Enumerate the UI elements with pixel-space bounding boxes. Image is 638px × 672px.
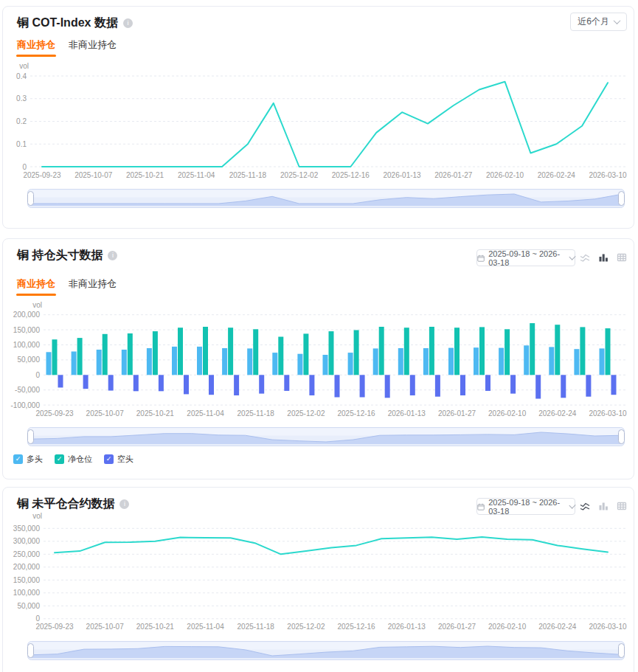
datazoom-slider[interactable]: [27, 189, 625, 208]
chevron-down-icon: [569, 502, 575, 508]
svg-text:2025-10-07: 2025-10-07: [86, 409, 125, 418]
svg-text:0.2: 0.2: [16, 117, 27, 125]
svg-text:2025-12-16: 2025-12-16: [332, 171, 370, 179]
tab-commercial[interactable]: 商业持仓: [17, 277, 55, 296]
svg-text:0.3: 0.3: [16, 94, 27, 103]
chart-type-toolbar: [580, 252, 627, 263]
info-icon[interactable]: [123, 18, 133, 28]
svg-text:2025-11-04: 2025-11-04: [178, 171, 215, 179]
bar-chart-icon[interactable]: [598, 252, 608, 263]
open-interest-panel: 铜 未平仓合约数据 2025-09-18 ~ 2026-03-18 vol050…: [2, 487, 634, 672]
svg-text:2025-09-23: 2025-09-23: [23, 171, 61, 179]
svg-text:2026-02-10: 2026-02-10: [488, 409, 527, 418]
svg-text:0: 0: [35, 371, 40, 379]
panel-title: 铜 COT-Index 数据: [17, 15, 133, 31]
svg-text:2025-12-02: 2025-12-02: [280, 171, 319, 179]
date-range-picker[interactable]: 2025-09-18 ~ 2026-03-18: [476, 249, 575, 266]
chevron-down-icon: [614, 17, 621, 24]
datazoom-slider[interactable]: [27, 641, 625, 660]
svg-text:2026-01-27: 2026-01-27: [438, 623, 476, 631]
svg-text:-100,000: -100,000: [11, 401, 41, 409]
table-icon[interactable]: [617, 252, 627, 263]
position-bar-chart[interactable]: vol200,000150,000100,00050,0000-50,000-1…: [3, 302, 635, 421]
tab-noncommercial[interactable]: 非商业持仓: [69, 277, 117, 296]
svg-text:2025-12-16: 2025-12-16: [338, 409, 376, 418]
legend-item-净仓位[interactable]: ✓净仓位: [55, 454, 92, 465]
panel-title-text: 铜 持仓头寸数据: [17, 248, 103, 263]
svg-text:0: 0: [35, 614, 40, 623]
svg-text:150,000: 150,000: [13, 576, 41, 584]
chevron-down-icon: [569, 253, 575, 260]
svg-text:2026-01-13: 2026-01-13: [384, 171, 422, 179]
calendar-icon: [477, 254, 485, 263]
svg-text:2025-12-16: 2025-12-16: [338, 623, 376, 631]
svg-text:-50,000: -50,000: [15, 386, 40, 394]
svg-text:2025-11-18: 2025-11-18: [237, 623, 275, 631]
svg-text:0.4: 0.4: [16, 72, 27, 80]
panel-title-text: 铜 COT-Index 数据: [17, 15, 118, 31]
svg-text:200,000: 200,000: [13, 311, 41, 319]
svg-text:2025-12-02: 2025-12-02: [287, 623, 325, 631]
svg-text:100,000: 100,000: [13, 589, 41, 597]
tab-noncommercial[interactable]: 非商业持仓: [69, 38, 117, 57]
svg-text:2025-11-04: 2025-11-04: [187, 623, 224, 631]
svg-text:50,000: 50,000: [17, 602, 40, 610]
info-icon[interactable]: [119, 499, 129, 509]
svg-text:2025-11-18: 2025-11-18: [229, 171, 267, 179]
position-type-tabs: 商业持仓 非商业持仓: [17, 38, 117, 57]
legend-label: 多头: [27, 454, 43, 465]
svg-text:2026-02-24: 2026-02-24: [538, 171, 576, 179]
svg-text:2026-02-24: 2026-02-24: [538, 409, 577, 418]
date-range-value: 2025-09-18 ~ 2026-03-18: [488, 249, 566, 267]
svg-text:2025-11-04: 2025-11-04: [187, 409, 224, 418]
svg-text:2025-10-07: 2025-10-07: [86, 623, 125, 631]
svg-text:250,000: 250,000: [13, 550, 41, 558]
legend-label: 空头: [117, 454, 134, 465]
svg-text:350,000: 350,000: [13, 524, 41, 533]
svg-text:vol: vol: [19, 62, 29, 70]
checkbox-checked-icon[interactable]: ✓: [104, 454, 114, 464]
svg-text:300,000: 300,000: [13, 537, 41, 545]
legend-item-多头[interactable]: ✓多头: [13, 454, 43, 465]
svg-text:0: 0: [22, 163, 27, 171]
svg-text:0.1: 0.1: [16, 140, 27, 148]
svg-text:2026-03-10: 2026-03-10: [589, 409, 627, 418]
range-select-value: 近6个月: [578, 15, 609, 28]
svg-text:2025-10-21: 2025-10-21: [136, 409, 175, 418]
svg-text:2026-03-10: 2026-03-10: [589, 623, 627, 631]
position-size-panel: 铜 持仓头寸数据 2025-09-18 ~ 2026-03-18 商业持仓 非商…: [2, 238, 634, 479]
info-icon[interactable]: [108, 251, 117, 260]
svg-text:2025-10-21: 2025-10-21: [126, 171, 164, 179]
svg-text:2026-02-24: 2026-02-24: [538, 623, 577, 631]
svg-text:2026-01-27: 2026-01-27: [434, 171, 473, 179]
svg-text:2026-01-13: 2026-01-13: [388, 623, 426, 631]
svg-text:150,000: 150,000: [13, 326, 41, 334]
series-legend: ✓多头✓净仓位✓空头: [13, 454, 134, 465]
svg-text:2025-09-23: 2025-09-23: [35, 623, 74, 631]
svg-text:200,000: 200,000: [13, 563, 41, 571]
datazoom-slider[interactable]: [27, 427, 625, 446]
panel-title: 铜 持仓头寸数据: [17, 248, 117, 263]
line-chart-icon[interactable]: [580, 252, 590, 263]
legend-label: 净仓位: [68, 454, 92, 465]
cot-index-panel: 铜 COT-Index 数据 近6个月 商业持仓 非商业持仓 vol00.10.…: [2, 6, 634, 229]
svg-text:2025-10-07: 2025-10-07: [74, 171, 113, 179]
open-interest-line-chart[interactable]: vol050,000100,000150,000200,000250,00030…: [3, 510, 635, 639]
checkbox-checked-icon[interactable]: ✓: [55, 454, 64, 464]
svg-text:2026-02-10: 2026-02-10: [486, 171, 524, 179]
cot-index-line-chart[interactable]: vol00.10.20.30.42025-09-232025-10-072025…: [3, 61, 635, 188]
svg-text:2025-11-18: 2025-11-18: [237, 409, 275, 418]
svg-text:2025-10-21: 2025-10-21: [136, 623, 175, 631]
svg-text:2026-01-27: 2026-01-27: [438, 409, 476, 418]
legend-item-空头[interactable]: ✓空头: [104, 454, 134, 465]
svg-text:2026-02-10: 2026-02-10: [488, 623, 527, 631]
svg-text:50,000: 50,000: [17, 356, 40, 364]
svg-text:2026-01-13: 2026-01-13: [388, 409, 426, 418]
svg-text:2025-12-02: 2025-12-02: [287, 409, 325, 418]
svg-text:2026-03-10: 2026-03-10: [589, 171, 627, 179]
position-type-tabs: 商业持仓 非商业持仓: [17, 277, 117, 296]
checkbox-checked-icon[interactable]: ✓: [13, 454, 23, 464]
svg-text:100,000: 100,000: [13, 341, 41, 349]
tab-commercial[interactable]: 商业持仓: [17, 38, 55, 57]
range-select-dropdown[interactable]: 近6个月: [570, 13, 627, 31]
